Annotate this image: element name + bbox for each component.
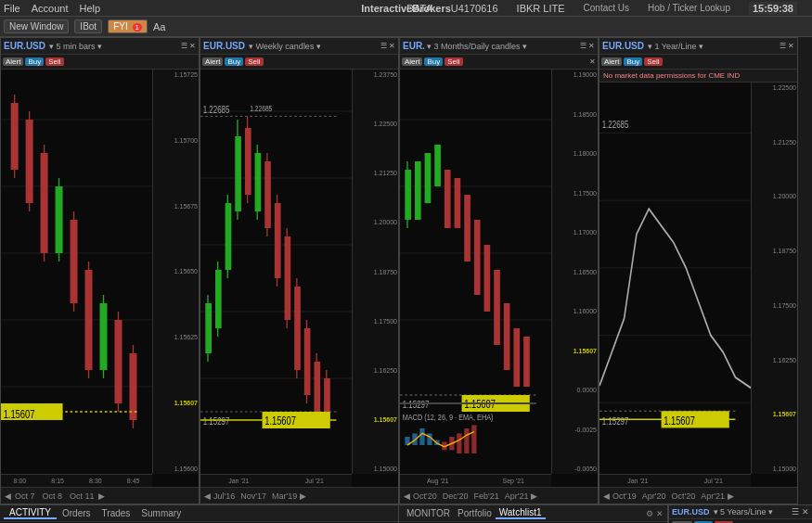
menu-account[interactable]: Account <box>32 3 69 14</box>
y-label: 1.20000 <box>753 193 796 199</box>
nav-date: Mar'19 <box>272 491 297 501</box>
chart2-sell[interactable]: Sell <box>245 57 263 66</box>
chart3-close[interactable]: ✕ <box>589 57 596 66</box>
nav-prev[interactable]: ◀ <box>204 491 211 501</box>
app-title: InteractiveBrokers <box>361 3 451 14</box>
tab-watchlist1[interactable]: Watchlist1 <box>496 507 546 519</box>
right-chart-toolbar: Alert Buy Sell <box>669 519 812 523</box>
nav-date: Dec'20 <box>443 491 469 501</box>
chart1-alert[interactable]: Alert <box>3 57 23 66</box>
svg-text:MACD (12, 26, 9 · EMA, EHA): MACD (12, 26, 9 · EMA, EHA) <box>403 412 494 422</box>
tab-orders[interactable]: Orders <box>57 508 97 518</box>
y-label: 1.17500 <box>553 190 597 197</box>
chart4-nav: ◀ Oct'19 Apr'20 Oct'20 Apr'21 ▶ <box>599 487 797 504</box>
chart2-yaxis: 1.23750 1.22500 1.21250 1.20000 1.18750 … <box>352 70 398 474</box>
nav-date: Oct'20 <box>671 491 695 501</box>
chart3-controls[interactable]: ☰ ✕ <box>580 42 595 50</box>
svg-text:1.15607: 1.15607 <box>264 415 296 427</box>
chart3-alert[interactable]: Alert <box>402 57 422 66</box>
svg-rect-69 <box>405 170 411 220</box>
tab-monitor[interactable]: MONITOR <box>403 508 454 518</box>
y-label: 1.21250 <box>753 139 796 146</box>
nav-next[interactable]: ▶ <box>531 491 537 501</box>
chart1-buy[interactable]: Buy <box>25 57 44 66</box>
nav-next[interactable]: ▶ <box>728 491 734 501</box>
y-label: 1.15600 <box>154 466 198 472</box>
chart2-alert[interactable]: Alert <box>202 57 223 66</box>
svg-rect-97 <box>464 428 469 453</box>
chart2-symbol: EUR.USD <box>203 41 245 51</box>
nav-next[interactable]: ▶ <box>300 491 306 501</box>
svg-rect-79 <box>494 270 500 345</box>
chart4-buy[interactable]: Buy <box>624 57 642 66</box>
nav-date: Oct 7 <box>15 491 35 501</box>
y-label: 1.15000 <box>753 466 796 472</box>
ticker-lookup[interactable]: Hob / Ticker Lookup <box>648 3 730 13</box>
svg-rect-96 <box>457 433 461 453</box>
ibot-button[interactable]: IBot <box>74 19 102 33</box>
nav-next[interactable]: ▶ <box>98 491 105 501</box>
chart2-nav: ◀ Jul'16 Nov'17 Mar'19 ▶ <box>200 487 398 504</box>
chart2-buy[interactable]: Buy <box>225 57 243 66</box>
chart1-controls[interactable]: ☰ ✕ <box>181 42 196 50</box>
chart3-yaxis: 1.19000 1.18500 1.18000 1.17500 1.17000 … <box>551 70 598 474</box>
chart3-xaxis: Aug '21 Sep '21 <box>400 474 551 487</box>
nav-prev[interactable]: ◀ <box>5 491 11 501</box>
menu-right: DATA U4170616 IBKR LITE Contact Us Hob /… <box>406 2 808 15</box>
chart1-xaxis: 8:00 8:15 8:30 8:45 <box>1 474 152 487</box>
y-label: 1.17000 <box>553 229 597 236</box>
new-window-button[interactable]: New Window <box>4 19 69 33</box>
chart4-alert[interactable]: Alert <box>601 57 622 66</box>
y-label: 1.15650 <box>154 268 198 274</box>
chart3-buy[interactable]: Buy <box>424 57 443 66</box>
chart4-symbol: EUR.USD <box>602 41 644 51</box>
activity-tabs: ACTIVITY Orders Trades Summary <box>0 505 398 522</box>
svg-rect-81 <box>513 328 520 387</box>
nav-date: Apr'20 <box>642 491 666 501</box>
x-label: Jan '21 <box>627 478 648 484</box>
chart4-timeframe: ▾ 1 Year/Line ▾ <box>648 42 703 51</box>
right-chart-controls[interactable]: ☰ ✕ <box>792 507 809 517</box>
y-label: 1.21250 <box>354 170 397 176</box>
fyi-badge: 1 <box>133 23 142 32</box>
chart2-controls[interactable]: ☰ ✕ <box>380 42 395 50</box>
chart-header-2: EUR.USD ▾ Weekly candles ▾ ☰ ✕ <box>200 38 398 55</box>
chart4-yaxis: 1.22500 1.21250 1.20000 1.18750 1.17500 … <box>751 83 797 474</box>
tab-trades[interactable]: Trades <box>97 508 136 518</box>
chart4-controls[interactable]: ☰ ✕ <box>780 42 794 50</box>
chart1-sell[interactable]: Sell <box>45 57 63 66</box>
nav-prev[interactable]: ◀ <box>603 491 610 501</box>
x-label: Jan '21 <box>228 478 249 484</box>
chart-panel-4: EUR.USD ▾ 1 Year/Line ▾ ☰ ✕ Alert Buy Se… <box>599 37 798 504</box>
chart3-timeframe: ▾ 3 Months/Daily candles ▾ <box>427 42 527 51</box>
chart3-nav: ◀ Oct'20 Dec'20 Feb'21 Apr'21 ▶ <box>400 487 598 504</box>
svg-rect-74 <box>445 170 451 228</box>
chart-header-1: EUR.USD ▾ 5 min bars ▾ ☰ ✕ <box>1 38 199 55</box>
y-label: 1.18750 <box>753 248 796 254</box>
menu-help[interactable]: Help <box>79 3 100 14</box>
y-label: 1.15675 <box>154 203 198 210</box>
aa-button[interactable]: Aa <box>153 21 165 32</box>
svg-rect-91 <box>419 428 424 445</box>
chart-panel-1: EUR.USD ▾ 5 min bars ▾ ☰ ✕ Alert Buy Sel… <box>0 37 200 504</box>
y-label: 1.16500 <box>553 269 597 275</box>
right-chart-panel: EUR.USD ▾ 5 Years/Line ▾ ☰ ✕ Alert Buy S… <box>668 505 812 523</box>
chart4-sell[interactable]: Sell <box>644 57 662 66</box>
y-label: 1.22500 <box>753 84 796 91</box>
y-label-current: 1.15607 <box>753 411 796 417</box>
chart4-toolbar: Alert Buy Sell <box>599 55 797 70</box>
chart3-body: 1.15297 1.15607 <box>400 70 598 487</box>
fyi-button[interactable]: FYI 1 <box>108 19 148 33</box>
nav-date: Nov'17 <box>240 491 266 501</box>
tab-summary[interactable]: Summary <box>135 508 187 518</box>
monitor-controls[interactable]: ⚙ ✕ <box>646 509 664 518</box>
contact-us[interactable]: Contact Us <box>584 3 629 13</box>
tab-activity[interactable]: ACTIVITY <box>4 507 57 519</box>
chart-panel-2: EUR.USD ▾ Weekly candles ▾ ☰ ✕ Alert Buy… <box>200 37 399 504</box>
tab-portfolio[interactable]: Portfolio <box>454 508 496 518</box>
menu-file[interactable]: File <box>4 3 20 14</box>
chart3-sell[interactable]: Sell <box>445 57 462 66</box>
y-label-current: 1.15607 <box>553 348 597 354</box>
svg-text:1.15607: 1.15607 <box>4 408 35 421</box>
nav-prev[interactable]: ◀ <box>404 491 410 501</box>
